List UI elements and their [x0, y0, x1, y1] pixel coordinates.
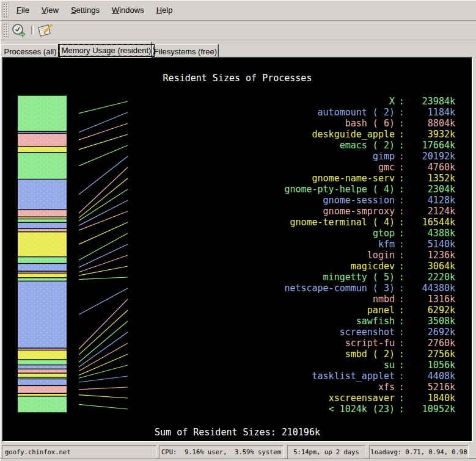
timer-button[interactable] [10, 23, 29, 38]
process-name: su [138, 360, 395, 371]
process-row: < 1024k (23):10952k [3, 404, 472, 415]
process-row: mingetty ( 5):2220k [3, 272, 472, 283]
menu-view[interactable]: View [35, 3, 65, 17]
process-row: sawfish:3508k [3, 316, 472, 327]
process-value: 2220k [376, 272, 455, 283]
process-name: gnome-terminal ( 4) [138, 217, 395, 228]
process-value: 10952k [376, 404, 455, 415]
process-value: 1316k [376, 294, 455, 305]
hostname-text: goofy.chinfox.net [5, 446, 70, 458]
status-cpu: CPU: 9.16% user, 3.59% system [159, 445, 284, 459]
process-row: gnome-pty-helpe ( 4):2304k [3, 184, 472, 195]
cpu-text: CPU: 9.16% user, 3.59% system [161, 446, 281, 458]
process-value: 8804k [376, 118, 455, 129]
process-value: 16544k [376, 217, 455, 228]
gtop-window: File View Settings Windows Help [0, 0, 476, 461]
tab-processes-label: Processes (all) [4, 47, 57, 56]
toolbar-separator [31, 26, 34, 35]
process-name: gnome-session [138, 195, 395, 206]
process-value: 4128k [376, 195, 455, 206]
process-name: sawfish [138, 316, 395, 327]
process-row: kfm:5140k [3, 239, 472, 250]
process-name: nmbd [138, 294, 395, 305]
tab-processes[interactable]: Processes (all) [1, 44, 60, 58]
process-row: login:1236k [3, 250, 472, 261]
menu-settings[interactable]: Settings [65, 3, 106, 17]
process-row: deskguide_apple:3932k [3, 129, 472, 140]
process-value: 1056k [376, 360, 455, 371]
timer-clock-icon [12, 23, 27, 38]
process-row: emacs ( 2):17664k [3, 140, 472, 151]
process-name: gimp [138, 151, 395, 162]
loadavg-text: loadavg: 0.71, 0.94, 0.98 [370, 446, 467, 458]
process-name: screenshot [138, 327, 395, 338]
menu-settings-accel: S [71, 5, 76, 15]
process-row: gnome-name-serv:1352k [3, 173, 472, 184]
status-uptime: 5:14pm, up 2 days [287, 445, 365, 459]
properties-button[interactable] [36, 23, 54, 38]
process-row: gmc:4760k [3, 162, 472, 173]
toolbar-grip-handle[interactable] [2, 23, 9, 37]
process-value: 6292k [376, 305, 455, 316]
process-value: 5216k [376, 382, 455, 393]
process-row: script-fu:2760k [3, 338, 472, 349]
process-row: gimp:20192k [3, 151, 472, 162]
process-value: 20192k [376, 151, 455, 162]
process-value: 1840k [376, 393, 455, 404]
menu-view-rest: iew [46, 5, 59, 15]
menu-windows-accel: W [112, 5, 119, 15]
process-value: 2756k [376, 349, 455, 360]
process-name: kfm [138, 239, 395, 250]
process-name: deskguide_apple [138, 129, 395, 140]
menu-file[interactable]: File [10, 3, 35, 17]
process-row: xfs:5216k [3, 382, 472, 393]
tab-filesystems-label: Filesystems (free) [154, 47, 217, 56]
process-name: login [138, 250, 395, 261]
chart-title: Resident Sizes of Processes [3, 73, 472, 84]
process-value: 5140k [376, 239, 455, 250]
process-row: bash ( 6):8804k [3, 118, 472, 129]
process-row: smbd ( 2):2756k [3, 349, 472, 360]
process-name: netscape-commun ( 3) [138, 283, 395, 294]
process-name: automount ( 2) [138, 107, 395, 118]
process-row: gnome-smproxy:2124k [3, 206, 472, 217]
process-row: su:1056k [3, 360, 472, 371]
process-value: 4760k [376, 162, 455, 173]
process-value: 4388k [376, 228, 455, 239]
tab-memory-usage[interactable]: Memory Usage (resident) [60, 42, 152, 58]
process-name: xfs [138, 382, 395, 393]
process-row: panel:6292k [3, 305, 472, 316]
process-name: X [138, 96, 395, 107]
tab-strip: Processes (all) Memory Usage (resident) … [1, 41, 476, 58]
process-name: gmc [138, 162, 395, 173]
menu-settings-rest: ettings [76, 5, 100, 15]
process-row: gtop:4388k [3, 228, 472, 239]
menu-windows[interactable]: Windows [106, 3, 150, 17]
menu-help[interactable]: Help [150, 3, 179, 17]
process-value: 2760k [376, 338, 455, 349]
process-name: panel [138, 305, 395, 316]
process-name: tasklist_applet [138, 371, 395, 382]
process-value: 1184k [376, 107, 455, 118]
process-row: gnome-session:4128k [3, 195, 472, 206]
menu-windows-rest: indows [119, 5, 144, 15]
process-value: 2124k [376, 206, 455, 217]
process-name: < 1024k (23) [138, 404, 395, 415]
process-row: X:23984k [3, 96, 472, 107]
process-value: 2692k [376, 327, 455, 338]
process-row: netscape-commun ( 3):44380k [3, 283, 472, 294]
menubar-grip-handle[interactable] [2, 2, 9, 18]
menu-items: File View Settings Windows Help [10, 1, 178, 20]
tab-filesystems[interactable]: Filesystems (free) [152, 44, 219, 58]
menu-file-accel: F [16, 5, 21, 15]
menu-help-rest: elp [162, 5, 172, 15]
tool-bar [1, 21, 476, 40]
chart-sum-label: Sum of Resident Sizes: 210196k [3, 427, 472, 438]
process-row: tasklist_applet:4408k [3, 371, 472, 382]
memory-usage-chart: Resident Sizes of Processes X:23984kauto… [2, 57, 473, 442]
edit-note-icon [37, 23, 54, 38]
process-name: bash ( 6) [138, 118, 395, 129]
menu-bar: File View Settings Windows Help [1, 1, 476, 21]
process-name: magicdev [138, 261, 395, 272]
process-name: script-fu [138, 338, 395, 349]
